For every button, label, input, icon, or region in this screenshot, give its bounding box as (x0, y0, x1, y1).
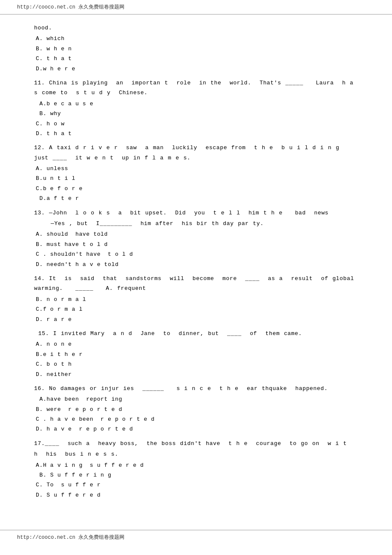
question-17: 17.____ such a heavy boss, the boss didn… (34, 439, 358, 500)
q11-option-d: D. t h a t (36, 129, 358, 139)
footer-text: http://cooco.net.cn 永久免费组卷搜题网 (17, 535, 124, 541)
page-footer: http://cooco.net.cn 永久免费组卷搜题网 (0, 530, 392, 544)
q15-option-d: D. neither (36, 370, 358, 379)
q12-option-c: C.b e f o r e (36, 184, 358, 194)
q16-option-c: C . h a v e been r e p o r t e d (36, 414, 358, 424)
q13-option-b: B. must have t o l d (36, 240, 358, 249)
q13-option-a: A. should have told (36, 229, 358, 239)
question-hood: hood. A. which B. w h e n C. t h a t D.w… (34, 23, 358, 74)
q16-text: 16. No damages or injur ies ______ s i n… (34, 384, 358, 393)
q12-option-b: B.u n t i l (36, 173, 358, 183)
q13-text-line1: 13. —John l o o k s a bit upset. Did you… (34, 208, 358, 218)
question-14: 14. It is said that sandstorms will beco… (34, 274, 358, 324)
q16-option-b: B. were r e p o r t e d (36, 405, 358, 414)
q17-text-line2: h his bus i n e s s. (34, 449, 358, 459)
q11-text: 11. China is playing an importan t role … (34, 78, 358, 98)
question-15: 15. I invited Mary a n d Jane to dinner,… (34, 329, 358, 379)
q14-option-b: B. n o r m a l (36, 295, 358, 304)
q15-option-c: C. b o t h (36, 359, 358, 369)
q15-option-a: A. n o n e (36, 339, 358, 349)
q12-option-d: D.a f t e r (36, 194, 358, 203)
q16-option-a: A.have been report ing (36, 394, 358, 404)
q16-option-d: D. h a v e r e p o r t e d (36, 424, 358, 434)
header-text: http://cooco.net.cn 永久免费组卷搜题网 (17, 4, 124, 10)
q17-option-b: B. S u f f e r i n g (36, 470, 358, 480)
q17-option-c: C. To s u f f e r (36, 480, 358, 490)
option-c: C. t h a t (36, 54, 358, 64)
question-13: 13. —John l o o k s a bit upset. Did you… (34, 208, 358, 269)
q15-option-b: B.e i t h e r (36, 350, 358, 359)
q14-option-c: C.f o r m a l (36, 304, 358, 314)
q11-option-b: B. why (36, 109, 358, 119)
q17-option-d: D. S u f f e r e d (36, 490, 358, 500)
page-header: http://cooco.net.cn 永久免费组卷搜题网 (0, 0, 392, 14)
q14-option-d: D. r a r e (36, 315, 358, 324)
q11-option-a: A.b e c a u s e (36, 99, 358, 109)
option-b: B. w h e n (36, 44, 358, 54)
main-content: hood. A. which B. w h e n C. t h a t D.w… (0, 14, 392, 521)
q13-option-d: D. needn't h a v e told (36, 260, 358, 269)
q13-text-line2: —Yes , but I_________ him after his bir … (34, 219, 358, 228)
question-11: 11. China is playing an importan t role … (34, 78, 358, 139)
q12-option-a: A. unless (36, 164, 358, 173)
q13-option-c: C . shouldn't have t o l d (36, 249, 358, 259)
option-a: A. which (36, 34, 358, 43)
hood-text: hood. (34, 23, 358, 33)
question-16: 16. No damages or injur ies ______ s i n… (34, 384, 358, 434)
q12-text: 12. A taxi d r i v e r saw a man luckily… (34, 143, 358, 163)
q17-option-a: A.H a v i n g s u f f e r e d (36, 460, 358, 470)
option-d: D.w h e r e (36, 64, 358, 74)
q17-text-line1: 17.____ such a heavy boss, the boss didn… (34, 439, 358, 448)
q14-text: 14. It is said that sandstorms will beco… (34, 274, 358, 294)
question-12: 12. A taxi d r i v e r saw a man luckily… (34, 143, 358, 203)
q15-text: 15. I invited Mary a n d Jane to dinner,… (34, 329, 358, 338)
q11-option-c: C. h o w (36, 119, 358, 129)
